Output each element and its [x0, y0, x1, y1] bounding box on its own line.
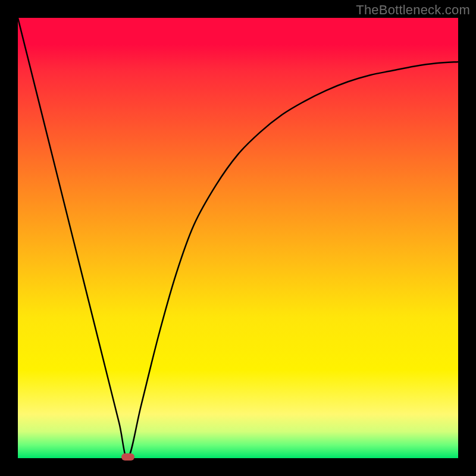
chart-frame: TheBottleneck.com [0, 0, 476, 476]
bottleneck-curve-path [18, 18, 458, 458]
curve-svg [18, 18, 458, 458]
plot-area [18, 18, 458, 458]
attribution-label: TheBottleneck.com [356, 2, 470, 18]
optimal-point-marker [121, 453, 134, 461]
